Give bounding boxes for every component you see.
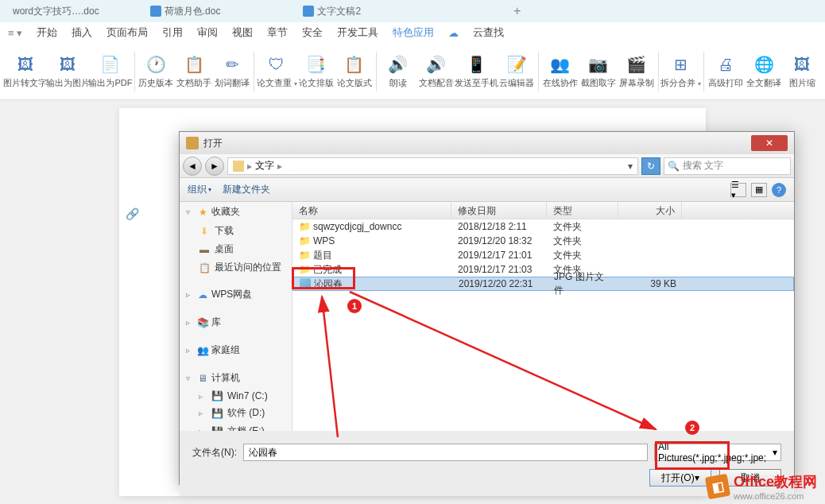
- format-icon: 📋: [343, 53, 366, 76]
- sidebar-homegroup[interactable]: ▹👥家庭组: [180, 340, 292, 360]
- file-row[interactable]: 📁sqwzycdjcgj_downcc2018/12/18 2:11文件夹: [292, 219, 794, 234]
- ribbon-collab[interactable]: 👥在线协作: [542, 52, 579, 91]
- sidebar-disk-d[interactable]: ▹💾软件 (D:): [180, 404, 292, 422]
- menu-dev[interactable]: 开发工具: [337, 25, 378, 40]
- print-icon: 🖨: [715, 53, 737, 76]
- new-tab-button[interactable]: +: [513, 4, 521, 18]
- menu-cloudsearch[interactable]: 云查找: [473, 25, 504, 40]
- ribbon-advprint[interactable]: 🖨高级打印: [707, 52, 744, 91]
- separator: [538, 52, 539, 91]
- tab-1[interactable]: word文字技巧….doc: [3, 2, 109, 21]
- ribbon-cloudedit[interactable]: 📝云编辑器: [498, 52, 535, 91]
- file-row[interactable]: 📁WPS2019/12/20 18:32文件夹: [292, 234, 794, 248]
- watermark: ◧ Office教程网 www.office26.com: [707, 472, 817, 501]
- ribbon-readaloud[interactable]: 🔊朗读: [380, 52, 416, 91]
- file-row[interactable]: 📁已完成2019/12/17 21:03文件夹: [292, 262, 794, 277]
- library-icon: 📚: [197, 317, 208, 328]
- file-row[interactable]: 📁题目2019/12/17 21:01文件夹: [292, 248, 794, 262]
- open-button[interactable]: 打开(O) ▾: [649, 469, 711, 487]
- breadcrumb[interactable]: ▸ 文字 ▸ ▾: [227, 157, 638, 175]
- menu-view[interactable]: 视图: [232, 25, 253, 40]
- menu-dropdown-icon[interactable]: ≡ ▾: [8, 27, 22, 39]
- filter-dropdown[interactable]: All Pictures(*.jpg;*.jpeg;*.jpe;▾: [654, 444, 781, 461]
- sidebar-desktop[interactable]: ▬桌面: [180, 240, 292, 258]
- ribbon-img2text[interactable]: 🖼图片转文字: [5, 52, 46, 91]
- ribbon-plagiarism[interactable]: 🛡论文查重 ▾: [258, 52, 296, 91]
- column-size[interactable]: 大小: [618, 202, 682, 219]
- organize-button[interactable]: 组织 ▾: [188, 183, 211, 196]
- ribbon-exportimg[interactable]: 🖼输出为图片: [48, 52, 89, 91]
- menu-security[interactable]: 安全: [302, 25, 323, 40]
- column-type[interactable]: 类型: [547, 202, 618, 219]
- sidebar-favorites[interactable]: ▿★收藏夹: [180, 202, 292, 222]
- help-icon[interactable]: ?: [772, 183, 786, 197]
- ribbon-splitmerge[interactable]: ⊞拆分合并 ▾: [662, 52, 701, 91]
- layout-icon: 📑: [305, 53, 327, 76]
- tabs-bar: word文字技巧….doc 荷塘月色.doc 文字文稿2 +: [0, 0, 825, 22]
- menu-start[interactable]: 开始: [37, 25, 57, 40]
- tab-3[interactable]: 文字文稿2: [293, 2, 370, 21]
- preview-button[interactable]: ▦: [751, 183, 767, 197]
- recent-icon: 📋: [199, 262, 210, 273]
- computer-icon: 🖥: [197, 373, 208, 384]
- filename-input[interactable]: [243, 444, 648, 461]
- doc-icon: [150, 6, 161, 17]
- sidebar-library[interactable]: ▹📚库: [180, 312, 292, 332]
- disk-icon: 💾: [211, 426, 223, 432]
- menu-review[interactable]: 审阅: [197, 25, 218, 40]
- back-button[interactable]: ◄: [183, 157, 202, 176]
- sidebar-wpsdisk[interactable]: ▹☁WPS网盘: [180, 285, 292, 304]
- link-icon[interactable]: 🔗: [126, 207, 139, 220]
- menu-chapter[interactable]: 章节: [267, 25, 288, 40]
- translate-icon: ✏: [221, 53, 243, 76]
- filename-label: 文件名(N):: [192, 446, 237, 459]
- phone-icon: 📱: [465, 53, 487, 76]
- dialog-icon: [186, 137, 199, 149]
- column-name[interactable]: 名称: [292, 202, 451, 219]
- ribbon-screenrec[interactable]: 🎬屏幕录制: [618, 52, 655, 91]
- menu-insert[interactable]: 插入: [72, 25, 92, 40]
- column-date[interactable]: 修改日期: [451, 202, 547, 219]
- helper-icon: 📋: [183, 53, 205, 76]
- annotation-marker-2: 2: [685, 421, 699, 435]
- ribbon-imgcomp[interactable]: 🖼图片缩: [784, 52, 820, 91]
- forward-button[interactable]: ►: [205, 157, 224, 176]
- close-button[interactable]: ✕: [751, 135, 788, 151]
- refresh-button[interactable]: ↻: [641, 157, 660, 175]
- collab-icon: 👥: [549, 53, 571, 76]
- ribbon-voiceover[interactable]: 🔊文档配音: [418, 52, 455, 91]
- cloud-icon: ☁: [197, 289, 208, 300]
- speaker-icon: 🔊: [387, 53, 409, 76]
- ribbon-paperlayout[interactable]: 📑论文排版: [298, 52, 335, 91]
- view-mode-button[interactable]: ☰ ▾: [730, 183, 746, 197]
- dialog-footer: 文件名(N): All Pictures(*.jpg;*.jpeg;*.jpe;…: [180, 431, 794, 496]
- menu-layout[interactable]: 页面布局: [107, 25, 148, 40]
- ribbon-fulltranslate[interactable]: 🌐全文翻译: [746, 52, 782, 91]
- separator: [703, 52, 704, 91]
- doc-icon: [303, 6, 314, 17]
- tab-2[interactable]: 荷塘月色.doc: [141, 2, 230, 21]
- sidebar-disk-c[interactable]: ▹💾Win7 (C:): [180, 388, 292, 404]
- dialog-titlebar[interactable]: 打开 ✕: [180, 132, 794, 154]
- sidebar-recent[interactable]: 📋最近访问的位置: [180, 258, 292, 277]
- menu-special[interactable]: 特色应用: [393, 25, 434, 40]
- shield-icon: 🛡: [265, 53, 288, 76]
- ribbon-sendphone[interactable]: 📱发送至手机: [456, 52, 498, 91]
- newfolder-button[interactable]: 新建文件夹: [223, 183, 270, 196]
- ribbon-history[interactable]: 🕐历史版本: [138, 52, 174, 91]
- breadcrumb-dropdown[interactable]: ▾: [628, 161, 633, 172]
- sidebar-computer[interactable]: ▿🖥计算机: [180, 368, 292, 388]
- audio-icon: 🔊: [425, 53, 447, 76]
- sidebar-disk-e[interactable]: ▹💾文档 (E:): [180, 422, 292, 431]
- file-row[interactable]: 沁园春2019/12/20 22:31JPG 图片文件39 KB: [292, 277, 794, 291]
- split-icon: ⊞: [670, 53, 692, 76]
- ribbon-translate[interactable]: ✏划词翻译: [214, 52, 250, 91]
- ribbon: 🖼图片转文字 🖼输出为图片 📄输出为PDF 🕐历史版本 📋文档助手 ✏划词翻译 …: [0, 43, 825, 100]
- ribbon-paperformat[interactable]: 📋论文版式: [336, 52, 373, 91]
- ribbon-dochelper[interactable]: 📋文档助手: [176, 52, 212, 91]
- menu-reference[interactable]: 引用: [162, 25, 183, 40]
- sidebar-downloads[interactable]: ⬇下载: [180, 222, 292, 240]
- ribbon-exportpdf[interactable]: 📄输出为PDF: [90, 52, 131, 91]
- search-input[interactable]: 🔍 搜索 文字: [664, 157, 791, 175]
- ribbon-ocr[interactable]: 📷截图取字: [580, 52, 617, 91]
